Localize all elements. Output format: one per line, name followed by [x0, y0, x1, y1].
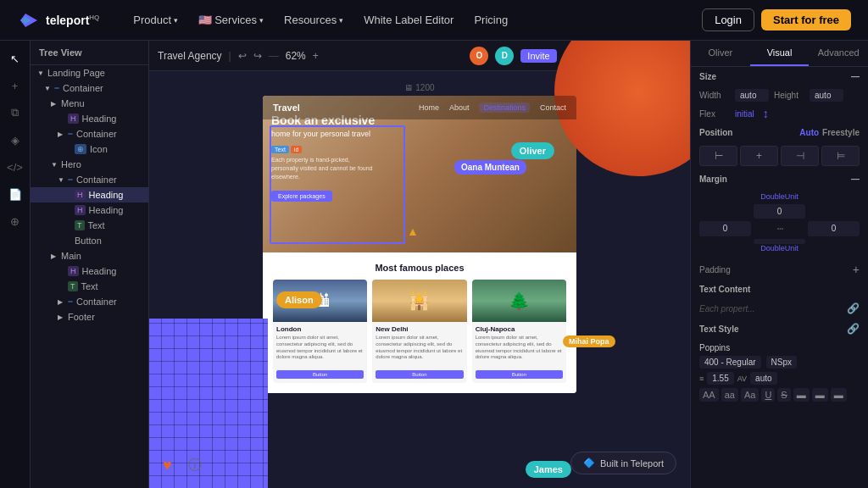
invite-button[interactable]: Invite — [520, 49, 556, 63]
link-icon[interactable]: 🔗 — [847, 302, 860, 314]
margin-right[interactable]: 0 — [808, 221, 860, 236]
pos-left[interactable]: ⊢ — [699, 146, 737, 166]
underline-icon[interactable]: U — [761, 388, 775, 402]
cursor-triangle: ▲ — [407, 225, 419, 238]
undo-button[interactable]: ↩ — [238, 50, 247, 62]
sep2: — — [269, 50, 279, 62]
zoom-add[interactable]: + — [313, 50, 319, 62]
nav-services[interactable]: 🇺🇸 Services ▾ — [190, 10, 272, 30]
margin-top[interactable]: 0 — [754, 204, 805, 219]
auto-label[interactable]: Auto — [799, 128, 819, 137]
integrations-icon[interactable]: ⊕ — [4, 210, 26, 232]
tree-container-1[interactable]: ▼ Container — [31, 80, 148, 96]
tree-heading-3[interactable]: H Heading — [31, 263, 148, 279]
redo-button[interactable]: ↪ — [253, 50, 262, 62]
text-block-2[interactable]: ▬ — [812, 388, 828, 402]
height-value[interactable]: auto — [810, 89, 843, 102]
letter-spacing[interactable]: auto — [750, 372, 776, 385]
place-btn-london[interactable]: Button — [276, 370, 364, 379]
place-name-cluj: Cluj-Napoca — [476, 325, 563, 333]
preview-nav-destinations[interactable]: Destinations — [479, 103, 530, 113]
tab-visual[interactable]: Visual — [750, 41, 810, 66]
padding-add-button[interactable]: + — [853, 263, 860, 276]
hero-subtitle: home for your personal travel — [271, 130, 375, 138]
start-free-button[interactable]: Start for free — [761, 9, 851, 30]
size-section-header: Size — — [691, 67, 868, 86]
info-icon[interactable]: ⓘ — [188, 457, 202, 474]
align-caps[interactable]: Aa — [741, 388, 759, 402]
add-icon[interactable]: + — [4, 75, 26, 97]
preview-icon[interactable]: ▶ — [564, 47, 579, 64]
width-value[interactable]: auto — [735, 89, 769, 102]
font-row: ≡ 1.55 AV auto — [699, 372, 860, 385]
pages-icon[interactable]: 📄 — [4, 183, 26, 205]
pos-right[interactable]: ⊣ — [781, 146, 819, 166]
pos-center[interactable]: + — [740, 146, 778, 166]
nav-resources[interactable]: Resources ▾ — [275, 10, 352, 30]
tree-text-2[interactable]: T Text — [31, 279, 148, 294]
tree-container-3[interactable]: ▼ Container — [31, 172, 148, 187]
teleport-badge-icon: 🔷 — [583, 458, 595, 469]
size-collapse[interactable]: — — [851, 72, 860, 81]
tree-footer[interactable]: ▶ Footer — [31, 309, 148, 324]
preview-nav-contact[interactable]: Contact — [540, 103, 566, 112]
align-text-left[interactable]: aa — [721, 388, 738, 402]
publish-button[interactable]: Publish — [634, 48, 682, 64]
text-block-3[interactable]: ▬ — [831, 388, 847, 402]
preview-nav-about[interactable]: About — [449, 103, 470, 112]
font-size[interactable]: NSpx — [766, 356, 797, 369]
tree-hero[interactable]: ▼ Hero — [31, 157, 148, 172]
code-view-icon[interactable]: </> — [586, 47, 609, 64]
strikethrough-icon[interactable]: S — [777, 388, 790, 402]
right-panel-tabs: Oliver Visual Advanced — [691, 41, 868, 67]
code-icon[interactable]: </> — [4, 156, 26, 178]
align-left-icon[interactable]: AA — [699, 388, 719, 402]
text-style-link[interactable]: 🔗 — [847, 323, 860, 335]
tree-text-1[interactable]: T Text — [31, 218, 148, 233]
margin-section: DoubleUnit 0 0 ··· 0 DoubleUnit — [691, 189, 868, 259]
size-props: Width auto Height auto — [691, 86, 868, 104]
line-height-value[interactable]: 1.55 — [707, 372, 733, 385]
tab-oliver[interactable]: Oliver — [691, 41, 750, 66]
tree-menu[interactable]: ▶ Menu — [31, 96, 148, 111]
flex-value[interactable]: initial — [735, 109, 754, 119]
place-btn-cluj[interactable]: Button — [476, 370, 563, 379]
tree-heading-selected[interactable]: H Heading — [31, 187, 148, 202]
font-weight[interactable]: 400 - Regular — [699, 356, 761, 369]
nav-white-label[interactable]: White Label Editor — [355, 10, 462, 30]
place-btn-delhi[interactable]: Button — [376, 370, 463, 379]
position-grid: ⊢ + ⊣ ⊨ — [691, 142, 868, 169]
tree-container-2[interactable]: ▶ Container — [31, 126, 148, 141]
freestyle-label[interactable]: Freestyle — [822, 128, 860, 137]
text-style-label: Text Style — [699, 324, 739, 334]
tree-container-4[interactable]: ▶ Container — [31, 294, 148, 309]
tree-heading-1[interactable]: H Heading — [31, 111, 148, 126]
login-button[interactable]: Login — [702, 8, 754, 31]
width-label: Width — [699, 91, 730, 100]
text-content-header: Text Content — [691, 280, 868, 299]
logo[interactable]: teleportHQ — [17, 8, 99, 32]
nav-product[interactable]: Product ▾ — [125, 10, 186, 30]
pos-spread[interactable]: ⊨ — [821, 146, 860, 166]
tree-heading-2[interactable]: H Heading — [31, 202, 148, 218]
margin-left[interactable]: 0 — [699, 221, 751, 236]
export-icon[interactable]: ↑ — [615, 47, 627, 64]
hero-explore-button[interactable]: Explore packages — [271, 191, 332, 202]
tree-icon[interactable]: ⊕ Icon — [31, 141, 148, 157]
nav-right: Login Start for free — [702, 8, 851, 31]
margin-collapse[interactable]: — — [851, 175, 860, 184]
heart-icon[interactable]: ♥ — [163, 457, 172, 474]
canvas-container: Travel Agency | ↩ ↪ — 62% + O D Invite ▶… — [149, 41, 690, 488]
text-block-1[interactable]: ▬ — [793, 388, 810, 402]
tree-main[interactable]: ▶ Main — [31, 248, 148, 263]
tab-advanced[interactable]: Advanced — [809, 41, 868, 66]
flex-arrow-icon: ↕ — [763, 107, 769, 120]
av-label: AV — [737, 374, 747, 383]
tree-landing-page[interactable]: ▼ Landing Page — [31, 65, 148, 80]
preview-nav-home[interactable]: Home — [419, 103, 439, 112]
cursor-icon[interactable]: ↖ — [4, 47, 26, 69]
tree-button[interactable]: Button — [31, 233, 148, 248]
nav-pricing[interactable]: Pricing — [465, 10, 516, 30]
layers-icon[interactable]: ⧉ — [4, 102, 26, 124]
assets-icon[interactable]: ◈ — [4, 129, 26, 151]
